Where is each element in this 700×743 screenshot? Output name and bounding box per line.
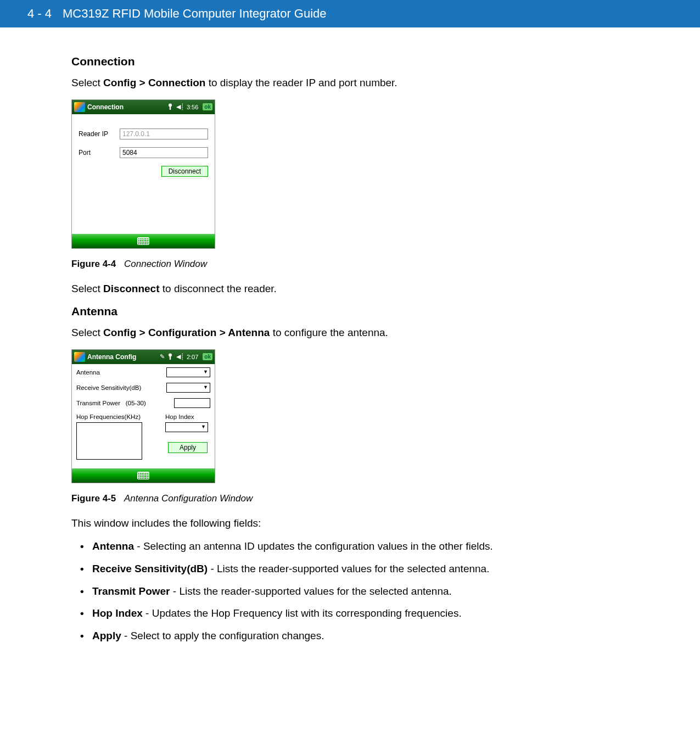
list-item: Antenna - Selecting an antenna ID update… xyxy=(92,539,629,554)
figure-4-4-caption: Figure 4-4 Connection Window xyxy=(71,259,629,270)
svg-point-0 xyxy=(169,104,172,107)
hop-index-label: Hop Index xyxy=(165,414,210,420)
tx-power-input[interactable] xyxy=(174,398,210,408)
recv-sens-label: Receive Sensitivity(dB) xyxy=(76,384,166,391)
list-item: Apply - Select to apply the configuratio… xyxy=(92,629,629,644)
desc: - Select to apply the configuration chan… xyxy=(121,630,324,641)
term: Apply xyxy=(92,630,121,641)
antenna-intro: Select Config > Configuration > Antenna … xyxy=(71,326,629,340)
desc: - Lists the reader-supported values for … xyxy=(170,585,452,597)
disconnect-ref: Disconnect xyxy=(103,283,159,294)
hop-freq-listbox[interactable] xyxy=(76,422,142,460)
wm-status-icons: ✎ ◀┊ 2:07 ok xyxy=(160,353,212,360)
signal-icon xyxy=(167,353,174,360)
antenna-label: Antenna xyxy=(76,369,166,376)
text: Select xyxy=(71,77,103,88)
page-header: 4 - 4 MC319Z RFID Mobile Computer Integr… xyxy=(0,0,700,27)
text: Select xyxy=(71,283,103,294)
connection-after: Select Disconnect to disconnect the read… xyxy=(71,282,629,297)
recv-sens-select[interactable] xyxy=(166,383,210,393)
hop-freq-label: Hop Frequencies(KHz) xyxy=(76,414,161,420)
section-title-connection: Connection xyxy=(71,55,629,68)
hop-index-select[interactable] xyxy=(165,422,208,432)
list-item: Receive Sensitivity(dB) - Lists the read… xyxy=(92,562,629,577)
ok-button[interactable]: ok xyxy=(203,353,212,360)
desc: - Selecting an antenna ID updates the co… xyxy=(134,540,493,552)
wm-status-icons: ◀┊ 3:56 ok xyxy=(167,103,212,110)
term: Antenna xyxy=(92,540,134,552)
list-item: Transmit Power - Lists the reader-suppor… xyxy=(92,584,629,599)
windows-start-icon[interactable] xyxy=(74,352,85,362)
wm-title: Connection xyxy=(87,103,124,111)
figure-4-5-caption: Figure 4-5 Antenna Configuration Window xyxy=(71,493,629,504)
page-content: Connection Select Config > Connection to… xyxy=(0,27,700,678)
figure-title: Antenna Configuration Window xyxy=(124,493,253,504)
term: Transmit Power xyxy=(92,585,170,597)
volume-icon: ◀┊ xyxy=(176,103,184,110)
field-list: Antenna - Selecting an antenna ID update… xyxy=(71,539,629,643)
text: Transmit Power xyxy=(76,400,120,406)
wm-titlebar: Antenna Config ✎ ◀┊ 2:07 ok xyxy=(72,350,215,364)
ok-button[interactable]: ok xyxy=(203,103,212,110)
text: to disconnect the reader. xyxy=(160,283,277,294)
keyboard-icon[interactable] xyxy=(137,237,149,245)
keyboard-icon[interactable] xyxy=(137,472,149,479)
figure-4-4-screenshot: Connection ◀┊ 3:56 ok Reader IP Port Dis… xyxy=(71,99,215,249)
note-icon: ✎ xyxy=(160,353,165,360)
clock-text: 3:56 xyxy=(187,104,198,110)
wm-bottom-bar xyxy=(72,234,215,248)
term: Hop Index xyxy=(92,607,143,619)
path-text: Config > Connection xyxy=(103,77,205,88)
reader-ip-label: Reader IP xyxy=(79,130,114,138)
clock-text: 2:07 xyxy=(187,354,198,360)
antenna-select[interactable] xyxy=(166,367,210,377)
list-item: Hop Index - Updates the Hop Frequency li… xyxy=(92,606,629,621)
path-text: Config > Configuration > Antenna xyxy=(103,327,270,338)
text: to display the reader IP and port number… xyxy=(205,77,397,88)
figure-id: Figure 4-4 xyxy=(71,259,116,269)
text: Select xyxy=(71,327,103,338)
wm-body: Reader IP Port Disconnect xyxy=(72,114,215,234)
windows-start-icon[interactable] xyxy=(74,102,85,112)
fields-intro: This window includes the following field… xyxy=(71,516,629,531)
tx-power-label: Transmit Power (05-30) xyxy=(76,400,174,406)
figure-title: Connection Window xyxy=(124,259,207,269)
wm-titlebar: Connection ◀┊ 3:56 ok xyxy=(72,100,215,114)
wm-body: Antenna Receive Sensitivity(dB) Transmit… xyxy=(72,364,215,468)
wm-bottom-bar xyxy=(72,468,215,483)
connection-intro: Select Config > Connection to display th… xyxy=(71,76,629,91)
disconnect-button[interactable]: Disconnect xyxy=(161,166,208,177)
wm-title: Antenna Config xyxy=(87,353,136,361)
guide-title: MC319Z RFID Mobile Computer Integrator G… xyxy=(63,7,327,21)
signal-icon xyxy=(167,103,174,110)
volume-icon: ◀┊ xyxy=(176,353,184,360)
port-label: Port xyxy=(79,149,114,157)
section-title-antenna: Antenna xyxy=(71,305,629,318)
port-input[interactable] xyxy=(120,147,208,158)
reader-ip-input[interactable] xyxy=(120,129,208,139)
text: to configure the antenna. xyxy=(270,327,388,338)
svg-rect-1 xyxy=(170,107,171,110)
figure-4-5-screenshot: Antenna Config ✎ ◀┊ 2:07 ok Antenna Rece… xyxy=(71,349,215,483)
figure-id: Figure 4-5 xyxy=(71,493,116,504)
desc: - Lists the reader-supported values for … xyxy=(208,563,489,574)
term: Receive Sensitivity(dB) xyxy=(92,563,208,574)
apply-button[interactable]: Apply xyxy=(168,442,208,453)
desc: - Updates the Hop Frequency list with it… xyxy=(143,607,462,619)
svg-rect-3 xyxy=(170,356,171,360)
page-number: 4 - 4 xyxy=(27,7,52,21)
tx-range: (05-30) xyxy=(126,400,146,406)
svg-point-2 xyxy=(169,354,172,357)
